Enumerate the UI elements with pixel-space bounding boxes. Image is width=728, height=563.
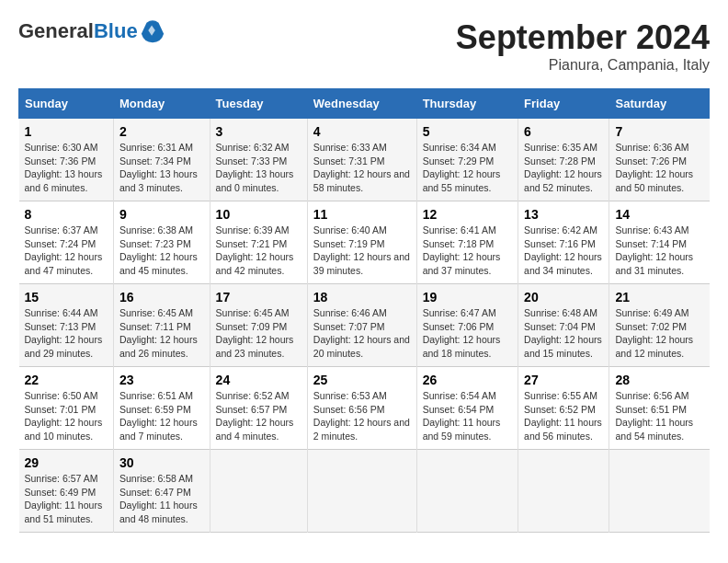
- day-info: Sunrise: 6:55 AMSunset: 6:52 PMDaylight:…: [524, 390, 602, 442]
- calendar-cell: 19 Sunrise: 6:47 AMSunset: 7:06 PMDaylig…: [416, 284, 518, 367]
- calendar-cell: 20 Sunrise: 6:48 AMSunset: 7:04 PMDaylig…: [518, 284, 609, 367]
- day-number: 10: [216, 207, 301, 222]
- header-row: Sunday Monday Tuesday Wednesday Thursday…: [19, 89, 710, 119]
- day-number: 3: [216, 124, 301, 139]
- day-number: 14: [615, 207, 703, 222]
- day-number: 18: [313, 290, 411, 304]
- col-sunday: Sunday: [19, 89, 114, 119]
- col-wednesday: Wednesday: [307, 89, 416, 119]
- calendar-cell: 24 Sunrise: 6:52 AMSunset: 6:57 PMDaylig…: [210, 367, 307, 450]
- day-info: Sunrise: 6:49 AMSunset: 7:02 PMDaylight:…: [615, 307, 693, 359]
- day-info: Sunrise: 6:30 AMSunset: 7:36 PMDaylight:…: [25, 142, 103, 193]
- calendar-cell: 18 Sunrise: 6:46 AMSunset: 7:07 PMDaylig…: [307, 284, 416, 367]
- day-info: Sunrise: 6:47 AMSunset: 7:06 PMDaylight:…: [423, 307, 501, 359]
- day-info: Sunrise: 6:32 AMSunset: 7:33 PMDaylight:…: [216, 142, 294, 193]
- calendar-cell: [518, 450, 609, 533]
- calendar-cell: 10 Sunrise: 6:39 AMSunset: 7:21 PMDaylig…: [210, 201, 307, 284]
- day-info: Sunrise: 6:38 AMSunset: 7:23 PMDaylight:…: [119, 224, 198, 276]
- page-header: GeneralBlue September 2024 Pianura, Camp…: [18, 18, 710, 74]
- day-number: 5: [423, 124, 512, 139]
- calendar-cell: 8 Sunrise: 6:37 AMSunset: 7:24 PMDayligh…: [19, 201, 114, 284]
- day-number: 12: [423, 207, 512, 222]
- calendar-cell: 4 Sunrise: 6:33 AMSunset: 7:31 PMDayligh…: [307, 119, 416, 201]
- calendar-cell: 9 Sunrise: 6:38 AMSunset: 7:23 PMDayligh…: [114, 201, 210, 284]
- day-info: Sunrise: 6:57 AMSunset: 6:49 PMDaylight:…: [25, 473, 103, 524]
- calendar-cell: [609, 450, 710, 533]
- day-number: 11: [313, 207, 411, 222]
- day-info: Sunrise: 6:40 AMSunset: 7:19 PMDaylight:…: [313, 224, 410, 276]
- day-info: Sunrise: 6:45 AMSunset: 7:09 PMDaylight:…: [216, 307, 294, 359]
- calendar-cell: 6 Sunrise: 6:35 AMSunset: 7:28 PMDayligh…: [518, 119, 609, 201]
- calendar-cell: 26 Sunrise: 6:54 AMSunset: 6:54 PMDaylig…: [416, 367, 518, 450]
- calendar-cell: 2 Sunrise: 6:31 AMSunset: 7:34 PMDayligh…: [114, 119, 210, 201]
- calendar-cell: [210, 450, 307, 533]
- calendar-cell: 15 Sunrise: 6:44 AMSunset: 7:13 PMDaylig…: [19, 284, 114, 367]
- day-info: Sunrise: 6:45 AMSunset: 7:11 PMDaylight:…: [119, 307, 198, 359]
- logo: GeneralBlue: [18, 18, 165, 44]
- calendar-cell: 14 Sunrise: 6:43 AMSunset: 7:14 PMDaylig…: [609, 201, 710, 284]
- day-number: 9: [119, 207, 204, 222]
- day-number: 24: [216, 373, 301, 387]
- calendar-cell: 3 Sunrise: 6:32 AMSunset: 7:33 PMDayligh…: [210, 119, 307, 201]
- day-number: 2: [119, 124, 204, 139]
- day-number: 23: [119, 373, 204, 387]
- day-info: Sunrise: 6:33 AMSunset: 7:31 PMDaylight:…: [313, 142, 410, 193]
- day-number: 30: [119, 455, 204, 470]
- day-number: 25: [313, 373, 411, 387]
- calendar-week-3: 15 Sunrise: 6:44 AMSunset: 7:13 PMDaylig…: [19, 284, 710, 367]
- day-number: 13: [524, 207, 603, 222]
- col-tuesday: Tuesday: [210, 89, 307, 119]
- day-number: 26: [423, 373, 512, 387]
- calendar-cell: 13 Sunrise: 6:42 AMSunset: 7:16 PMDaylig…: [518, 201, 609, 284]
- day-number: 7: [615, 124, 703, 139]
- day-info: Sunrise: 6:52 AMSunset: 6:57 PMDaylight:…: [216, 390, 294, 442]
- calendar-cell: [416, 450, 518, 533]
- calendar-cell: 16 Sunrise: 6:45 AMSunset: 7:11 PMDaylig…: [114, 284, 210, 367]
- day-info: Sunrise: 6:31 AMSunset: 7:34 PMDaylight:…: [119, 142, 198, 193]
- day-number: 4: [313, 124, 411, 139]
- day-info: Sunrise: 6:43 AMSunset: 7:14 PMDaylight:…: [615, 224, 693, 276]
- calendar-cell: 27 Sunrise: 6:55 AMSunset: 6:52 PMDaylig…: [518, 367, 609, 450]
- calendar-week-1: 1 Sunrise: 6:30 AMSunset: 7:36 PMDayligh…: [19, 119, 710, 201]
- calendar-cell: 22 Sunrise: 6:50 AMSunset: 7:01 PMDaylig…: [19, 367, 114, 450]
- calendar-cell: 28 Sunrise: 6:56 AMSunset: 6:51 PMDaylig…: [609, 367, 710, 450]
- col-saturday: Saturday: [609, 89, 710, 119]
- day-info: Sunrise: 6:35 AMSunset: 7:28 PMDaylight:…: [524, 142, 602, 193]
- calendar-cell: [307, 450, 416, 533]
- day-number: 17: [216, 290, 301, 304]
- day-number: 27: [524, 373, 603, 387]
- day-number: 20: [524, 290, 603, 304]
- calendar-week-4: 22 Sunrise: 6:50 AMSunset: 7:01 PMDaylig…: [19, 367, 710, 450]
- col-thursday: Thursday: [416, 89, 518, 119]
- day-info: Sunrise: 6:42 AMSunset: 7:16 PMDaylight:…: [524, 224, 602, 276]
- logo-general-text: GeneralBlue: [18, 20, 138, 42]
- logo-icon: [140, 18, 165, 44]
- calendar-cell: 21 Sunrise: 6:49 AMSunset: 7:02 PMDaylig…: [609, 284, 710, 367]
- calendar-cell: 30 Sunrise: 6:58 AMSunset: 6:47 PMDaylig…: [114, 450, 210, 533]
- calendar-cell: 1 Sunrise: 6:30 AMSunset: 7:36 PMDayligh…: [19, 119, 114, 201]
- day-info: Sunrise: 6:58 AMSunset: 6:47 PMDaylight:…: [119, 473, 198, 524]
- day-number: 21: [615, 290, 703, 304]
- location: Pianura, Campania, Italy: [456, 57, 710, 74]
- day-number: 22: [25, 373, 108, 387]
- day-number: 29: [25, 455, 108, 470]
- day-info: Sunrise: 6:54 AMSunset: 6:54 PMDaylight:…: [423, 390, 501, 442]
- day-info: Sunrise: 6:39 AMSunset: 7:21 PMDaylight:…: [216, 224, 294, 276]
- day-number: 8: [25, 207, 108, 222]
- calendar-cell: 5 Sunrise: 6:34 AMSunset: 7:29 PMDayligh…: [416, 119, 518, 201]
- day-number: 1: [25, 124, 108, 139]
- month-title: September 2024: [456, 18, 710, 57]
- calendar-cell: 17 Sunrise: 6:45 AMSunset: 7:09 PMDaylig…: [210, 284, 307, 367]
- day-number: 19: [423, 290, 512, 304]
- day-info: Sunrise: 6:37 AMSunset: 7:24 PMDaylight:…: [25, 224, 103, 276]
- day-info: Sunrise: 6:36 AMSunset: 7:26 PMDaylight:…: [615, 142, 693, 193]
- calendar-week-2: 8 Sunrise: 6:37 AMSunset: 7:24 PMDayligh…: [19, 201, 710, 284]
- day-info: Sunrise: 6:51 AMSunset: 6:59 PMDaylight:…: [119, 390, 198, 442]
- day-number: 28: [615, 373, 703, 387]
- calendar-table: Sunday Monday Tuesday Wednesday Thursday…: [18, 88, 710, 533]
- day-info: Sunrise: 6:44 AMSunset: 7:13 PMDaylight:…: [25, 307, 103, 359]
- col-friday: Friday: [518, 89, 609, 119]
- day-info: Sunrise: 6:34 AMSunset: 7:29 PMDaylight:…: [423, 142, 501, 193]
- calendar-cell: 23 Sunrise: 6:51 AMSunset: 6:59 PMDaylig…: [114, 367, 210, 450]
- calendar-cell: 7 Sunrise: 6:36 AMSunset: 7:26 PMDayligh…: [609, 119, 710, 201]
